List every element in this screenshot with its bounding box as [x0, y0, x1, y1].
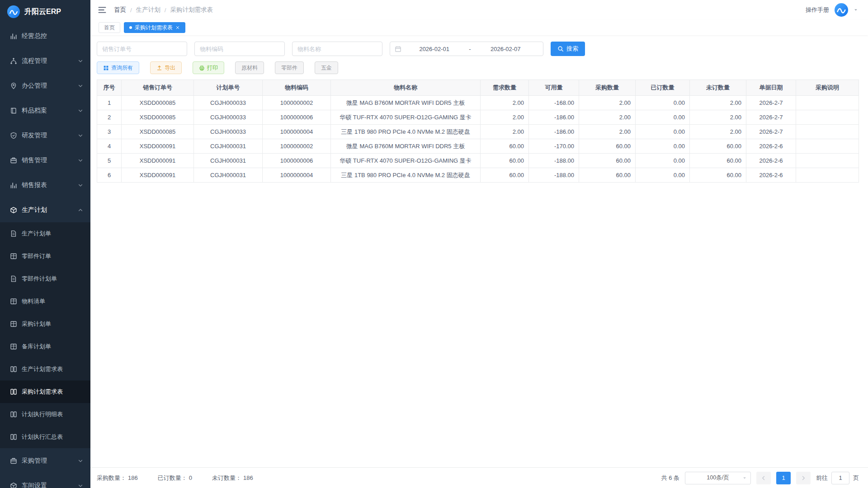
chevron-down-icon	[78, 158, 83, 163]
sidebar-item-workshop-settings[interactable]: 车间设置	[0, 473, 90, 488]
cell-doc-date: 2026-2-7	[746, 110, 796, 125]
page-size-select[interactable]: 100条/页	[685, 472, 751, 484]
date-range-picker[interactable]: -	[390, 42, 543, 56]
sidebar-item-label: 采购计划单	[22, 320, 51, 328]
pagination: 共 6 条 100条/页 1 前往 页	[661, 472, 859, 484]
table-row[interactable]: 3 XSDD000085 CGJH000033 1000000004 三星 1T…	[97, 125, 859, 139]
date-end-input[interactable]	[473, 46, 538, 52]
query-all-button[interactable]: 查询所有	[97, 61, 139, 74]
breadcrumb-home[interactable]: 首页	[114, 6, 126, 14]
table-row[interactable]: 6 XSDD000091 CGJH000031 1000000004 三星 1T…	[97, 168, 859, 183]
sidebar-item-label: 经营总控	[22, 32, 47, 40]
cell-ordered-qty: 0.00	[636, 96, 690, 110]
avatar[interactable]	[835, 3, 848, 17]
table-row[interactable]: 5 XSDD000091 CGJH000031 1000000006 华硕 TU…	[97, 154, 859, 168]
sidebar-item-bom-list[interactable]: 物料清单	[0, 290, 90, 313]
table-row[interactable]: 4 XSDD000091 CGJH000031 1000000002 微星 MA…	[97, 139, 859, 154]
total-count: 共 6 条	[661, 474, 679, 482]
hamburger-menu-icon[interactable]	[98, 5, 107, 14]
grid-icon	[10, 298, 17, 305]
sidebar-item-material-archive[interactable]: 料品档案	[0, 98, 90, 123]
cell-material-code: 1000000004	[263, 168, 331, 183]
button-label: 打印	[207, 64, 218, 72]
raw-material-button[interactable]: 原材料	[235, 61, 264, 74]
cell-demand-qty: 2.00	[481, 96, 529, 110]
sales-order-input[interactable]	[97, 42, 187, 56]
parts-button[interactable]: 零部件	[275, 61, 304, 74]
cell-purchase-note	[796, 168, 859, 183]
column-header-material-code: 物料编码	[263, 80, 331, 96]
sidebar-item-sales-management[interactable]: 销售管理	[0, 148, 90, 173]
sidebar-item-stock-plan-order[interactable]: 备库计划单	[0, 335, 90, 358]
cell-unordered-qty: 60.00	[690, 154, 746, 168]
chevron-up-icon	[78, 207, 83, 213]
cell-doc-date: 2026-2-7	[746, 125, 796, 139]
sidebar-item-label: 生产计划需求表	[22, 365, 63, 373]
material-code-input[interactable]	[194, 42, 285, 56]
sidebar-item-label: 零部件计划单	[22, 275, 57, 283]
table-row[interactable]: 2 XSDD000085 CGJH000033 1000000006 华硕 TU…	[97, 110, 859, 125]
cell-plan-no: CGJH000033	[194, 110, 263, 125]
search-button[interactable]: 搜索	[551, 42, 585, 56]
manual-link[interactable]: 操作手册	[806, 6, 829, 14]
document-icon	[10, 230, 17, 237]
sidebar-item-plan-exec-summary[interactable]: 计划执行汇总表	[0, 426, 90, 448]
table-header-row: 序号 销售订单号 计划单号 物料编码 物料名称 需求数量 可用量 采购数量 已订…	[97, 80, 859, 96]
prev-page-button[interactable]	[756, 472, 771, 484]
calendar-icon	[395, 46, 401, 52]
sidebar-item-purchase-plan-demand[interactable]: 采购计划需求表	[0, 380, 90, 403]
sidebar-item-rd-management[interactable]: 研发管理	[0, 123, 90, 148]
material-name-input[interactable]	[292, 42, 382, 56]
hardware-button[interactable]: 五金	[315, 61, 338, 74]
sidebar-item-label: 零部件订单	[22, 252, 51, 260]
sidebar-item-label: 备库计划单	[22, 343, 51, 351]
goto-page: 前往 页	[816, 472, 859, 484]
button-label: 五金	[321, 64, 332, 72]
cell-purchase-qty: 2.00	[579, 96, 636, 110]
sidebar-item-parts-plan-order[interactable]: 零部件计划单	[0, 267, 90, 290]
cell-purchase-qty: 60.00	[579, 168, 636, 183]
caret-down-icon[interactable]	[854, 8, 858, 12]
chart-icon	[10, 182, 17, 189]
column-header-ordered-qty: 已订数量	[636, 80, 690, 96]
stat-label: 已订数量：	[158, 474, 187, 482]
sidebar-item-purchase-plan-order[interactable]: 采购计划单	[0, 313, 90, 335]
sidebar-item-label: 料品档案	[22, 107, 47, 115]
sidebar-item-office-management[interactable]: 办公管理	[0, 73, 90, 98]
sidebar-item-parts-order[interactable]: 零部件订单	[0, 245, 90, 267]
cell-available-qty: -170.00	[529, 139, 579, 154]
page-1-button[interactable]: 1	[776, 472, 791, 484]
stat-label: 未订数量：	[212, 474, 241, 482]
sidebar-item-production-plan[interactable]: 生产计划	[0, 197, 90, 222]
next-page-button[interactable]	[796, 472, 811, 484]
tab-home[interactable]: 首页	[99, 22, 120, 33]
goto-page-input[interactable]	[831, 472, 849, 484]
column-header-material-name: 物料名称	[331, 80, 481, 96]
sidebar-item-process-management[interactable]: 流程管理	[0, 48, 90, 73]
flow-icon	[10, 57, 17, 65]
print-button[interactable]: 打印	[193, 61, 224, 74]
sidebar-item-plan-exec-detail[interactable]: 计划执行明细表	[0, 403, 90, 426]
sidebar-item-operations-control[interactable]: 经营总控	[0, 23, 90, 48]
close-icon[interactable]	[175, 25, 180, 30]
date-start-input[interactable]	[401, 46, 467, 52]
sidebar-item-purchase-management[interactable]: 采购管理	[0, 448, 90, 473]
cell-demand-qty: 60.00	[481, 168, 529, 183]
table-row[interactable]: 1 XSDD000085 CGJH000033 1000000002 微星 MA…	[97, 96, 859, 110]
cell-unordered-qty: 2.00	[690, 110, 746, 125]
filter-bar: - 搜索	[97, 42, 859, 56]
column-header-unordered-qty: 未订数量	[690, 80, 746, 96]
sidebar-item-production-plan-order[interactable]: 生产计划单	[0, 222, 90, 245]
book-icon	[10, 107, 17, 114]
chevron-down-icon	[78, 483, 83, 488]
cell-material-name: 三星 1TB 980 PRO PCIe 4.0 NVMe M.2 固态硬盘	[331, 125, 481, 139]
breadcrumb-separator: /	[165, 7, 166, 14]
sidebar-item-sales-report[interactable]: 销售报表	[0, 173, 90, 197]
active-dot-icon	[129, 26, 132, 29]
export-button[interactable]: 导出	[150, 61, 182, 74]
sidebar-item-production-plan-demand[interactable]: 生产计划需求表	[0, 358, 90, 380]
cell-purchase-note	[796, 96, 859, 110]
breadcrumb-production-plan[interactable]: 生产计划	[136, 6, 160, 14]
cell-material-code: 1000000004	[263, 125, 331, 139]
tab-purchase-plan-demand[interactable]: 采购计划需求表	[124, 22, 185, 33]
